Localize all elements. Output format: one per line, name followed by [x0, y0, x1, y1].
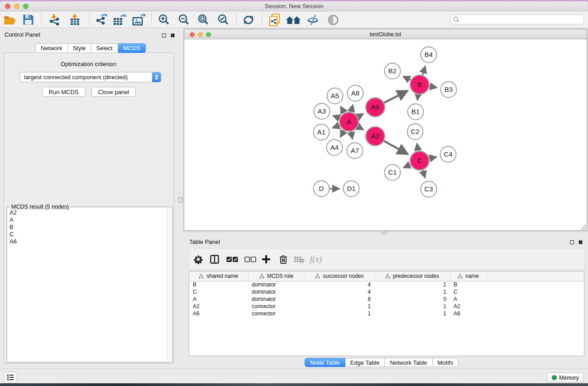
- table-cell[interactable]: 8: [305, 295, 374, 303]
- import-table-icon[interactable]: [65, 12, 85, 27]
- mcds-result-item[interactable]: A2: [8, 209, 167, 216]
- column-header-predecessor-nodes[interactable]: predecessor nodes: [374, 272, 450, 281]
- table-settings-icon[interactable]: [190, 251, 206, 267]
- table-cell[interactable]: B: [189, 281, 248, 288]
- column-header-successor-nodes[interactable]: successor nodes: [305, 272, 374, 281]
- graph-node-D1[interactable]: D1: [344, 181, 359, 197]
- mcds-result-item[interactable]: C: [8, 231, 167, 238]
- table-cell[interactable]: 1: [374, 281, 450, 288]
- column-layout-icon[interactable]: [206, 251, 223, 267]
- vertical-split-handle[interactable]: [178, 197, 182, 203]
- zoom-fit-icon[interactable]: [193, 12, 213, 27]
- tab-network-table[interactable]: Network Table: [385, 358, 432, 367]
- task-monitor-button[interactable]: [4, 372, 17, 383]
- table-row[interactable]: Adominator80A: [189, 295, 584, 303]
- table-row[interactable]: A2connector11A2: [189, 303, 584, 310]
- new-network-from-selection-icon[interactable]: [265, 12, 285, 27]
- tab-edge-table[interactable]: Edge Table: [345, 358, 385, 367]
- mcds-result-item[interactable]: A6: [8, 238, 167, 245]
- table-cell[interactable]: 1: [305, 303, 374, 310]
- graph-node-C1[interactable]: C1: [385, 165, 401, 181]
- graph-node-A5[interactable]: A5: [327, 88, 343, 104]
- mcds-result-item[interactable]: B: [8, 224, 167, 231]
- close-panel-button[interactable]: Close panel: [91, 87, 136, 97]
- open-session-icon[interactable]: [0, 12, 20, 27]
- zoom-out-icon[interactable]: [174, 12, 194, 27]
- graph-node-B4[interactable]: B4: [421, 47, 437, 63]
- tab-network[interactable]: Network: [35, 43, 68, 53]
- table-cell[interactable]: B: [450, 281, 487, 288]
- table-panel-float-icon[interactable]: [570, 240, 574, 244]
- table-cell[interactable]: 4: [305, 281, 374, 288]
- network-canvas[interactable]: B4B2B3A5A8A3B1C2A1A4A7C4C1C3DD1BA6AA2C: [184, 39, 587, 230]
- table-panel-close-icon[interactable]: ✖: [578, 240, 583, 245]
- export-table-icon[interactable]: [110, 12, 129, 27]
- graph-node-B[interactable]: B: [410, 75, 429, 94]
- graph-node-C2[interactable]: C2: [407, 124, 423, 140]
- save-session-icon[interactable]: [18, 12, 38, 27]
- table-cell[interactable]: C: [450, 288, 487, 295]
- mcds-result-item[interactable]: A: [8, 216, 167, 224]
- tab-mcds[interactable]: MCDS: [118, 43, 146, 53]
- column-header-name[interactable]: name: [450, 272, 487, 281]
- table-row[interactable]: Bdominator41B: [189, 281, 584, 288]
- control-panel-close-icon[interactable]: ✖: [170, 33, 175, 38]
- apply-layout-icon[interactable]: [239, 12, 258, 27]
- tab-style[interactable]: Style: [68, 43, 91, 53]
- column-header-shared-name[interactable]: shared name: [189, 272, 248, 281]
- table-cell[interactable]: A2: [189, 303, 248, 310]
- export-image-icon[interactable]: [129, 12, 149, 27]
- graph-node-A6[interactable]: A6: [366, 98, 385, 117]
- graph-node-B1[interactable]: B1: [408, 104, 424, 120]
- tab-node-table[interactable]: Node Table: [305, 358, 345, 367]
- tab-select[interactable]: Select: [91, 43, 118, 53]
- search-input[interactable]: [460, 15, 583, 24]
- delete-row-icon[interactable]: [275, 251, 292, 267]
- hide-selected-icon[interactable]: [303, 12, 323, 27]
- table-cell[interactable]: connector: [248, 310, 305, 317]
- table-cell[interactable]: 1: [374, 303, 450, 310]
- memory-button[interactable]: Memory: [547, 372, 584, 383]
- function-builder-icon[interactable]: f(x): [308, 251, 324, 267]
- table-cell[interactable]: A2: [450, 303, 487, 310]
- table-cell[interactable]: A6: [450, 310, 487, 317]
- graph-node-A4[interactable]: A4: [327, 140, 343, 156]
- window-resize-grip[interactable]: [580, 224, 586, 230]
- table-cell[interactable]: A6: [189, 310, 248, 317]
- delete-table-icon[interactable]: [291, 251, 307, 267]
- mcds-result-scrollbar[interactable]: [167, 208, 172, 362]
- show-all-icon[interactable]: [323, 12, 343, 27]
- graph-node-A3[interactable]: A3: [314, 104, 330, 119]
- graph-node-B2[interactable]: B2: [385, 63, 401, 79]
- table-cell[interactable]: 1: [374, 310, 450, 317]
- graph-node-D[interactable]: D: [314, 181, 330, 197]
- graph-node-A8[interactable]: A8: [348, 86, 363, 101]
- table-cell[interactable]: A: [189, 295, 248, 303]
- run-mcds-button[interactable]: Run MCDS: [42, 87, 86, 97]
- graph-node-A2[interactable]: A2: [366, 127, 385, 146]
- table-cell[interactable]: connector: [248, 303, 305, 310]
- deselect-all-rows-icon[interactable]: [242, 251, 258, 267]
- horizontal-split-handle[interactable]: [382, 232, 387, 234]
- table-cell[interactable]: dominator: [248, 281, 305, 288]
- graph-node-B3[interactable]: B3: [441, 82, 457, 98]
- table-cell[interactable]: A: [450, 295, 487, 303]
- table-cell[interactable]: dominator: [248, 288, 305, 295]
- column-header-MCDS-role[interactable]: MCDS role: [248, 272, 305, 281]
- tab-motifs[interactable]: Motifs: [433, 358, 459, 367]
- table-cell[interactable]: dominator: [248, 295, 305, 303]
- table-cell[interactable]: 1: [374, 288, 450, 295]
- graph-node-A1[interactable]: A1: [314, 124, 330, 140]
- table-cell[interactable]: 1: [305, 310, 374, 317]
- table-row[interactable]: A6connector11A6: [189, 310, 584, 317]
- control-panel-float-icon[interactable]: [162, 33, 166, 38]
- table-cell[interactable]: 4: [305, 288, 374, 295]
- table-cell[interactable]: 0: [374, 295, 450, 303]
- add-row-icon[interactable]: [258, 251, 274, 267]
- zoom-selected-icon[interactable]: [213, 12, 233, 27]
- graph-node-A[interactable]: A: [339, 112, 359, 131]
- first-neighbors-icon[interactable]: [283, 12, 303, 27]
- table-row[interactable]: Cdominator41C: [189, 288, 584, 295]
- table-cell[interactable]: C: [189, 288, 248, 295]
- graph-node-C[interactable]: C: [410, 151, 429, 170]
